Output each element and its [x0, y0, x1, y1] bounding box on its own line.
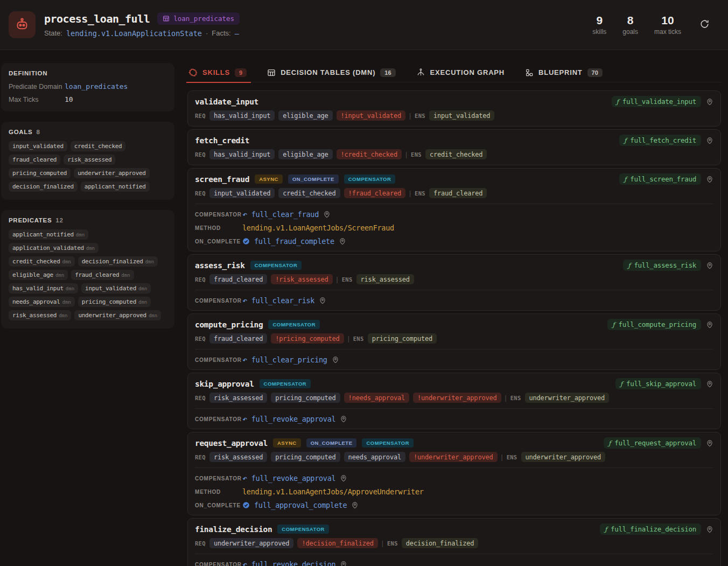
- compensator-link[interactable]: full_clear_fraud: [251, 210, 319, 219]
- pin-icon[interactable]: [319, 297, 326, 304]
- skill-name: finalize_decision: [195, 525, 272, 534]
- tab-skills[interactable]: SKILLS9: [188, 63, 247, 82]
- tab-blueprint[interactable]: BLUEPRINT70: [525, 63, 603, 82]
- function-pill[interactable]: ƒfull_skip_approval: [615, 378, 701, 389]
- stat-value: 10: [654, 15, 681, 26]
- pin-icon[interactable]: [332, 356, 339, 364]
- req-label: REQ: [195, 190, 206, 197]
- goals-chip-list: input_validatedcredit_checkedfraud_clear…: [9, 141, 167, 192]
- function-pill[interactable]: ƒfull_assess_risk: [623, 260, 701, 271]
- detail-label: COMPENSATOR: [195, 416, 242, 422]
- ens-label: ENS: [415, 113, 425, 119]
- blocks-icon: [525, 68, 534, 77]
- detail-content: ↶full_revoke_approval: [242, 415, 347, 423]
- function-pill[interactable]: ƒfull_validate_input: [612, 96, 701, 107]
- refresh-button[interactable]: [697, 17, 712, 33]
- function-name: full_request_approval: [614, 439, 696, 447]
- skill-details: COMPENSATOR↶full_revoke_decision: [195, 554, 713, 566]
- goal-chip: decision_finalized: [9, 181, 78, 192]
- req-ens-divider: |: [505, 394, 507, 402]
- compensator-link[interactable]: full_clear_pricing: [251, 355, 327, 364]
- facts-value: –: [235, 29, 239, 38]
- compensator-link[interactable]: full_revoke_approval: [251, 474, 336, 483]
- pin-icon[interactable]: [706, 176, 713, 183]
- pin-icon[interactable]: [340, 474, 347, 482]
- req-label: REQ: [195, 336, 206, 342]
- on-complete-link[interactable]: full_fraud_complete: [254, 237, 334, 246]
- pin-icon[interactable]: [340, 561, 347, 566]
- predicates-chip-list: applicant_notifieddmnapplication_validat…: [9, 229, 167, 320]
- function-pill[interactable]: ƒfull_request_approval: [604, 437, 701, 449]
- skill-header: finalize_decisionCOMPENSATORƒfull_finali…: [195, 523, 713, 535]
- ens-chip: underwriter_approved: [521, 452, 606, 462]
- detail-label: COMPENSATOR: [195, 562, 242, 566]
- pin-icon[interactable]: [706, 98, 713, 106]
- predicate-domain-label: Predicate Domain: [9, 83, 65, 90]
- ens-label: ENS: [507, 454, 517, 460]
- definition-row: Max Ticks 10: [9, 95, 167, 103]
- skill-header: validate_inputƒfull_validate_input: [195, 96, 713, 107]
- req-label: REQ: [195, 454, 206, 460]
- tab-execution-graph[interactable]: EXECUTION GRAPH: [416, 63, 505, 82]
- skill-badge-compensator: COMPENSATOR: [268, 320, 320, 329]
- pin-icon[interactable]: [339, 237, 346, 245]
- req-ens-divider: |: [382, 540, 383, 547]
- skill-fn-area: ƒfull_finalize_decision: [600, 523, 713, 535]
- compensator-link[interactable]: full_clear_risk: [251, 296, 314, 305]
- req-ens-divider: |: [501, 453, 503, 461]
- pin-icon[interactable]: [340, 415, 347, 423]
- tab-label: DECISION TABLES (DMN): [281, 68, 375, 76]
- undo-icon: ↶: [242, 211, 247, 218]
- page-title: process_loan_full: [44, 12, 150, 25]
- detail-label: COMPENSATOR: [195, 298, 242, 304]
- function-pill[interactable]: ƒfull_compute_pricing: [607, 319, 701, 330]
- goal-chip: applicant_notified: [81, 181, 150, 192]
- skill-header: skip_approvalCOMPENSATORƒfull_skip_appro…: [195, 378, 713, 389]
- predicate-domain-value[interactable]: loan_predicates: [65, 82, 128, 90]
- detail-content: ↶full_clear_fraud: [242, 210, 331, 219]
- pin-icon[interactable]: [323, 211, 331, 218]
- function-pill[interactable]: ƒfull_finalize_decision: [600, 523, 701, 535]
- predicate-domain-badge[interactable]: loan_predicates: [157, 12, 240, 25]
- req-ens-divider: |: [409, 190, 411, 197]
- dmn-tag: dmn: [138, 286, 147, 291]
- definition-card: DEFINITION Predicate Domain loan_predica…: [1, 63, 174, 111]
- dot-separator: ·: [206, 29, 208, 37]
- tab-badge: 70: [587, 68, 603, 77]
- pin-icon[interactable]: [706, 526, 713, 533]
- function-icon: ƒ: [620, 380, 622, 388]
- main-panel: SKILLS9DECISION TABLES (DMN)16EXECUTION …: [187, 63, 721, 566]
- tab-decision-tables-dmn[interactable]: DECISION TABLES (DMN)16: [267, 63, 395, 82]
- pin-icon[interactable]: [706, 380, 713, 388]
- detail-label: COMPENSATOR: [195, 357, 242, 363]
- function-pill[interactable]: ƒfull_screen_fraud: [619, 173, 701, 185]
- req-ens-divider: |: [337, 276, 338, 283]
- predicate-chip: input_validateddmn: [81, 283, 151, 294]
- req-chip: eligible_age: [278, 110, 332, 121]
- ens-chip: underwriter_approved: [525, 393, 610, 403]
- goals-card: GOALS8 input_validatedcredit_checkedfrau…: [1, 122, 174, 200]
- function-pill[interactable]: ƒfull_fetch_credit: [619, 135, 701, 146]
- skill-badge-compensator: COMPENSATOR: [260, 379, 311, 388]
- detail-row-compensator: COMPENSATOR↶full_revoke_approval: [195, 474, 713, 483]
- req-chip: underwriter_approved: [209, 538, 294, 548]
- stat-max-ticks: 10max ticks: [654, 15, 681, 36]
- ens-chip: risk_assessed: [356, 274, 414, 284]
- function-icon: ƒ: [612, 321, 614, 329]
- compensator-link[interactable]: full_revoke_approval: [251, 415, 336, 423]
- predicate-chip: eligible_agedmn: [9, 270, 68, 280]
- req-ens-divider: |: [405, 151, 407, 158]
- pin-icon[interactable]: [706, 439, 713, 447]
- predicates-title: PREDICATES12: [9, 217, 167, 223]
- undo-icon: ↶: [242, 475, 247, 481]
- pin-icon[interactable]: [706, 321, 713, 329]
- detail-row-on-complete: ON_COMPLETEfull_fraud_complete: [195, 237, 713, 246]
- compensator-link[interactable]: full_revoke_decision: [251, 560, 336, 566]
- req-label: REQ: [195, 276, 206, 283]
- skill-card-fetch_credit: fetch_creditƒfull_fetch_creditREQhas_val…: [187, 129, 721, 165]
- predicate-chip: applicant_notifieddmn: [9, 229, 88, 240]
- on-complete-link[interactable]: full_approval_complete: [254, 501, 347, 509]
- pin-icon[interactable]: [706, 262, 713, 269]
- pin-icon[interactable]: [706, 137, 713, 144]
- pin-icon[interactable]: [351, 501, 359, 509]
